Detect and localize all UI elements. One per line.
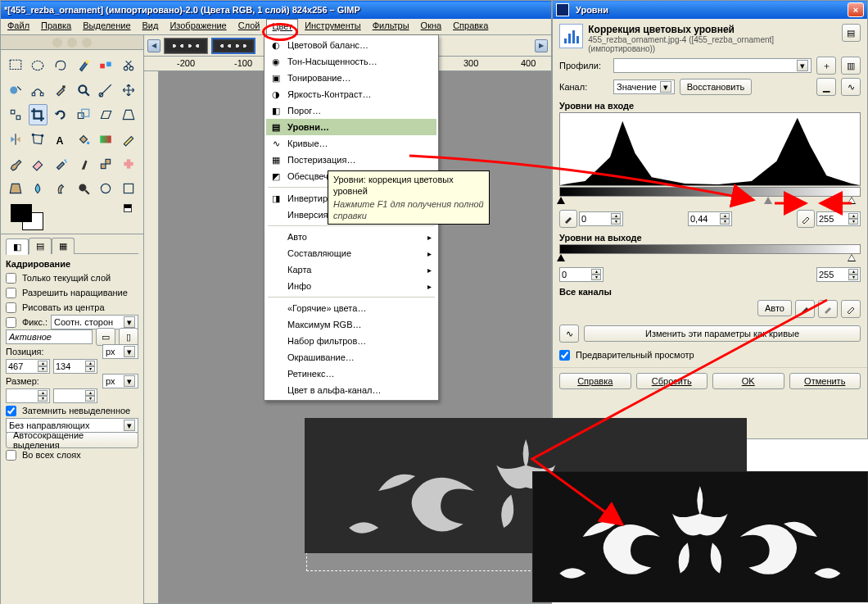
tool-blend[interactable] bbox=[97, 129, 116, 150]
input-hi-field[interactable]: 255▴▾ bbox=[816, 211, 861, 226]
menu-color[interactable]: Цвет bbox=[266, 19, 298, 35]
tool-clone[interactable] bbox=[97, 153, 116, 175]
image-tab-1[interactable] bbox=[164, 38, 208, 54]
tool-perspective[interactable] bbox=[119, 104, 138, 125]
profiles-add-button[interactable]: ＋ bbox=[816, 57, 836, 75]
menu-windows[interactable]: Окна bbox=[416, 19, 447, 34]
mi-maxrgb[interactable]: Максимум RGB… bbox=[266, 316, 436, 333]
mi-colorify[interactable]: Окрашивание… bbox=[266, 349, 436, 366]
btn-reset[interactable]: Сбросить bbox=[636, 373, 708, 389]
tool-bucket[interactable] bbox=[74, 129, 93, 150]
mi-info[interactable]: Инфо bbox=[266, 278, 436, 294]
tool-move[interactable] bbox=[119, 79, 138, 101]
tool-paintbrush[interactable] bbox=[6, 153, 25, 175]
input-histogram[interactable] bbox=[559, 112, 861, 186]
tool-by-color[interactable] bbox=[97, 55, 116, 76]
tool-scale[interactable] bbox=[74, 104, 93, 125]
tool-free-select[interactable] bbox=[51, 55, 70, 76]
fg-color-swatch[interactable] bbox=[11, 204, 32, 222]
pos-y-field[interactable]: 134▴▾ bbox=[53, 359, 97, 374]
output-white-slider[interactable] bbox=[848, 254, 856, 261]
tool-shear[interactable] bbox=[97, 104, 116, 125]
tool-pencil[interactable] bbox=[119, 129, 138, 150]
tool-scissors[interactable] bbox=[119, 55, 138, 76]
tool-measure[interactable] bbox=[97, 79, 116, 101]
image-tab-2[interactable] bbox=[211, 38, 255, 54]
tool-zoom[interactable] bbox=[74, 79, 93, 101]
tool-ink[interactable] bbox=[74, 153, 93, 175]
menu-filters[interactable]: Фильтры bbox=[368, 19, 414, 34]
picker-mid-icon[interactable] bbox=[818, 300, 838, 318]
pos-x-field[interactable]: 467▴▾ bbox=[6, 359, 50, 374]
chk-only-current[interactable] bbox=[6, 273, 16, 284]
input-black-slider[interactable] bbox=[557, 197, 565, 204]
input-white-slider[interactable] bbox=[848, 197, 856, 204]
menu-edit[interactable]: Правка bbox=[36, 19, 76, 34]
tool-eraser[interactable] bbox=[29, 153, 48, 175]
btn-cancel[interactable]: Отменить bbox=[789, 373, 861, 389]
chk-allow-grow[interactable] bbox=[6, 288, 16, 298]
hist-log-icon[interactable]: ∿ bbox=[841, 78, 861, 96]
levels-extra-button[interactable]: ▤ bbox=[842, 24, 861, 42]
tool-extra-b[interactable] bbox=[119, 178, 138, 199]
picker-white-icon[interactable] bbox=[797, 210, 815, 228]
mi-retinex[interactable]: Ретинекс… bbox=[266, 366, 436, 382]
picker-shadows-icon[interactable] bbox=[795, 300, 815, 318]
size-h-field[interactable]: ▴▾ bbox=[53, 388, 97, 403]
tool-dodge[interactable] bbox=[74, 178, 93, 199]
menu-image[interactable]: Изображение bbox=[165, 19, 231, 34]
input-gamma-field[interactable]: 0,44▴▾ bbox=[688, 211, 732, 226]
mi-components[interactable]: Составляющие bbox=[266, 245, 436, 261]
mi-curves[interactable]: ∿Кривые… bbox=[266, 135, 436, 152]
active-field[interactable]: Активное bbox=[6, 329, 93, 344]
tab-scroll-right-icon[interactable]: ▶ bbox=[535, 39, 548, 52]
output-lo-field[interactable]: 0▴▾ bbox=[559, 267, 604, 282]
mi-auto[interactable]: Авто bbox=[266, 229, 436, 245]
mi-map[interactable]: Карта bbox=[266, 261, 436, 278]
tool-flip[interactable] bbox=[6, 129, 25, 150]
fg-bg-colors[interactable] bbox=[7, 202, 137, 232]
sel-profiles[interactable]: ▾ bbox=[613, 58, 811, 73]
tool-perspective-clone[interactable] bbox=[6, 178, 25, 199]
mi-colorize[interactable]: ▣Тонирование… bbox=[266, 70, 436, 86]
tool-color-picker[interactable] bbox=[51, 79, 70, 101]
output-slider-track[interactable] bbox=[559, 254, 861, 264]
btn-reset-channel[interactable]: Восстановить bbox=[680, 79, 752, 95]
orient-portrait-icon[interactable]: ▯ bbox=[119, 328, 138, 346]
tool-rect-select[interactable] bbox=[6, 55, 25, 76]
mi-brightness-contrast[interactable]: ◑Яркость-Контраст… bbox=[266, 86, 436, 102]
mi-threshold[interactable]: ◧Порог… bbox=[266, 102, 436, 119]
chk-all-layers[interactable] bbox=[6, 450, 16, 461]
tool-extra-a[interactable] bbox=[97, 178, 116, 199]
chk-darken[interactable] bbox=[6, 406, 16, 416]
tab-scroll-left-icon[interactable]: ◀ bbox=[147, 39, 160, 52]
tool-airbrush[interactable] bbox=[51, 153, 70, 175]
picker-highlights-icon[interactable] bbox=[841, 300, 861, 318]
mi-levels[interactable]: ▤Уровни… bbox=[266, 119, 436, 135]
btn-edit-as-curves[interactable]: Изменить эти параметры как кривые bbox=[584, 325, 861, 342]
mi-posterize[interactable]: ▦Постеризация… bbox=[266, 152, 436, 168]
chk-preview[interactable] bbox=[559, 350, 570, 361]
menu-select[interactable]: Выделение bbox=[78, 19, 135, 34]
chk-from-center[interactable] bbox=[6, 302, 16, 313]
mi-hue-sat[interactable]: ◉Тон-Насыщенность… bbox=[266, 53, 436, 70]
output-hi-field[interactable]: 255▴▾ bbox=[816, 267, 861, 282]
tool-text[interactable]: A bbox=[51, 129, 70, 150]
tool-cage[interactable] bbox=[29, 129, 48, 150]
sel-pos-unit[interactable]: px▾ bbox=[102, 344, 138, 359]
picker-black-icon[interactable] bbox=[559, 210, 577, 228]
tool-crop[interactable] bbox=[29, 104, 48, 125]
menu-help[interactable]: Справка bbox=[448, 19, 493, 34]
input-gamma-slider[interactable] bbox=[764, 197, 772, 204]
mi-hot[interactable]: «Горячие» цвета… bbox=[266, 300, 436, 316]
chk-fixed[interactable] bbox=[6, 317, 16, 328]
btn-help[interactable]: Справка bbox=[559, 373, 631, 389]
tool-ellipse-select[interactable] bbox=[29, 55, 48, 76]
tool-foreground[interactable] bbox=[6, 79, 25, 101]
mi-color-to-alpha[interactable]: Цвет в альфа-канал… bbox=[266, 382, 436, 398]
menu-view[interactable]: Вид bbox=[138, 19, 164, 34]
menu-tools[interactable]: Инструменты bbox=[300, 19, 366, 34]
tab-device-icon[interactable]: ▤ bbox=[29, 238, 52, 254]
menu-file[interactable]: Файл bbox=[2, 19, 34, 34]
mi-color-balance[interactable]: ◐Цветовой баланс… bbox=[266, 37, 436, 53]
